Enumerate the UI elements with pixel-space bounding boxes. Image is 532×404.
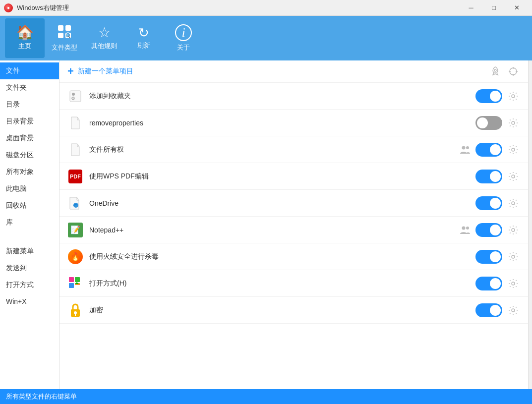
toolbar-label-filetype: 文件类型 — [52, 43, 77, 52]
menu-row-ownership: 文件所有权 — [59, 136, 528, 163]
scrollbar-track[interactable] — [528, 60, 532, 389]
toolbar-item-home[interactable]: 🏠 主页 — [5, 18, 45, 58]
menu-row-removeprops: removeproperties — [59, 110, 528, 136]
menu-row-fire: 🔥 使用火绒安全进行杀毒 — [59, 243, 528, 270]
sidebar-item-library[interactable]: 库 — [0, 214, 59, 231]
svg-point-37 — [512, 309, 515, 312]
sidebar-item-win-x[interactable]: Win+X — [0, 293, 59, 309]
toolbar-item-about[interactable]: i 关于 — [164, 18, 203, 58]
ownership-toggle[interactable] — [475, 143, 502, 157]
openwith-toggle[interactable] — [475, 277, 502, 290]
favorites-gear-btn[interactable] — [506, 89, 520, 103]
encrypt-gear-btn[interactable] — [506, 303, 520, 317]
toolbar-item-refresh[interactable]: ↻ 刷新 — [124, 18, 164, 58]
openwith-toggle-thumb — [490, 278, 501, 289]
sidebar-item-this-pc[interactable]: 此电脑 — [0, 180, 59, 197]
maximize-button[interactable]: □ — [482, 0, 505, 16]
rocket-icon-btn[interactable] — [488, 64, 502, 78]
wps-toggle-track — [475, 170, 502, 183]
sidebar-item-open-with[interactable]: 打开方式 — [0, 277, 59, 293]
notepadpp-toggle-thumb — [490, 225, 501, 235]
sidebar-item-dir-bg[interactable]: 目录背景 — [0, 113, 59, 130]
openwith-gear-btn[interactable] — [506, 277, 520, 290]
sidebar-item-send-to[interactable]: 发送到 — [0, 260, 59, 277]
svg-point-23 — [462, 226, 466, 230]
removeprops-toggle[interactable] — [475, 116, 502, 130]
svg-point-19 — [512, 148, 515, 151]
svg-rect-28 — [75, 277, 80, 282]
svg-text:🔍: 🔍 — [65, 33, 70, 38]
svg-rect-1 — [65, 25, 71, 31]
sidebar-item-folder[interactable]: 文件夹 — [0, 79, 59, 96]
svg-rect-31 — [75, 285, 81, 289]
notepadpp-name: Notepad++ — [89, 226, 460, 234]
notepadpp-toggle[interactable] — [475, 223, 502, 237]
notepadpp-gear-btn[interactable] — [506, 223, 520, 237]
svg-point-22 — [512, 202, 515, 205]
svg-rect-29 — [69, 283, 74, 288]
svg-point-26 — [512, 255, 515, 258]
sidebar-item-all-objects[interactable]: 所有对象 — [0, 164, 59, 180]
main-area: 文件 文件夹 目录 目录背景 桌面背景 磁盘分区 所有对象 此电脑 — [0, 60, 532, 389]
plus-icon: + — [67, 66, 74, 77]
favorites-icon: ⚙ — [67, 88, 83, 104]
favorites-toggle-track — [475, 89, 502, 103]
toolbar-item-other[interactable]: ☆ 其他规则 — [84, 18, 124, 58]
sidebar-section-top: 文件 文件夹 目录 目录背景 桌面背景 磁盘分区 所有对象 此电脑 — [0, 60, 59, 233]
info-icon: i — [175, 24, 192, 41]
openwith-toggle-track — [475, 277, 502, 290]
svg-text:⚙: ⚙ — [71, 96, 75, 101]
svg-rect-27 — [69, 277, 74, 282]
fire-icon: 🔥 — [67, 249, 83, 265]
ownership-people-badge — [460, 144, 471, 155]
onedrive-toggle[interactable] — [475, 196, 502, 210]
fire-toggle-track — [475, 250, 502, 264]
svg-point-25 — [512, 229, 515, 231]
sidebar-section-bottom: 新建菜单 发送到 打开方式 Win+X — [0, 241, 59, 311]
toolbar-label-refresh: 刷新 — [137, 41, 150, 50]
menu-row-notepadpp: 📝 Notepad++ — [59, 217, 528, 243]
onedrive-toggle-thumb — [490, 198, 501, 209]
fire-gear-btn[interactable] — [506, 250, 520, 264]
onedrive-gear-btn[interactable] — [506, 196, 520, 210]
removeprops-icon — [67, 115, 83, 131]
toolbar-item-filetype[interactable]: 🔍 文件类型 — [45, 18, 84, 58]
sidebar-item-directory[interactable]: 目录 — [0, 96, 59, 113]
ownership-gear-btn[interactable] — [506, 143, 520, 157]
fire-name: 使用火绒安全进行杀毒 — [89, 252, 475, 261]
filetype-icon: 🔍 — [57, 24, 72, 41]
window-controls: ─ □ ✕ — [460, 0, 528, 16]
fire-toggle[interactable] — [475, 250, 502, 264]
svg-point-16 — [512, 121, 515, 124]
crosshair-icon-btn[interactable] — [506, 64, 520, 78]
ownership-toggle-thumb — [490, 144, 501, 155]
encrypt-toggle[interactable] — [475, 303, 502, 317]
svg-point-20 — [512, 175, 515, 178]
svg-rect-0 — [58, 25, 63, 31]
svg-point-6 — [494, 69, 496, 71]
sidebar-item-file[interactable]: 文件 — [0, 62, 59, 79]
sidebar-item-recycle[interactable]: 回收站 — [0, 197, 59, 214]
sidebar: 文件 文件夹 目录 目录背景 桌面背景 磁盘分区 所有对象 此电脑 — [0, 60, 59, 389]
content-area: + 新建一个菜单项目 — [59, 60, 528, 389]
minimize-button[interactable]: ─ — [460, 0, 482, 16]
star-icon: ☆ — [98, 26, 111, 40]
favorites-toggle[interactable] — [475, 89, 502, 103]
close-button[interactable]: ✕ — [505, 0, 528, 16]
onedrive-icon — [67, 195, 83, 211]
wps-gear-btn[interactable] — [506, 170, 520, 183]
notepadpp-people-badge — [460, 225, 471, 235]
svg-point-17 — [462, 146, 466, 149]
add-menu-item-button[interactable]: + 新建一个菜单项目 — [67, 66, 133, 77]
wps-toggle[interactable] — [475, 170, 502, 183]
sidebar-item-desktop-bg[interactable]: 桌面背景 — [0, 130, 59, 147]
encrypt-toggle-track — [475, 303, 502, 317]
wps-toggle-thumb — [490, 171, 501, 182]
sidebar-divider — [0, 233, 59, 241]
sidebar-item-new-menu[interactable]: 新建菜单 — [0, 243, 59, 260]
removeprops-gear-btn[interactable] — [506, 116, 520, 130]
statusbar: 所有类型文件的右键菜单 — [0, 389, 532, 404]
wps-name: 使用WPS PDF编辑 — [89, 172, 475, 181]
sidebar-item-partition[interactable]: 磁盘分区 — [0, 147, 59, 164]
removeprops-toggle-thumb — [477, 117, 488, 128]
